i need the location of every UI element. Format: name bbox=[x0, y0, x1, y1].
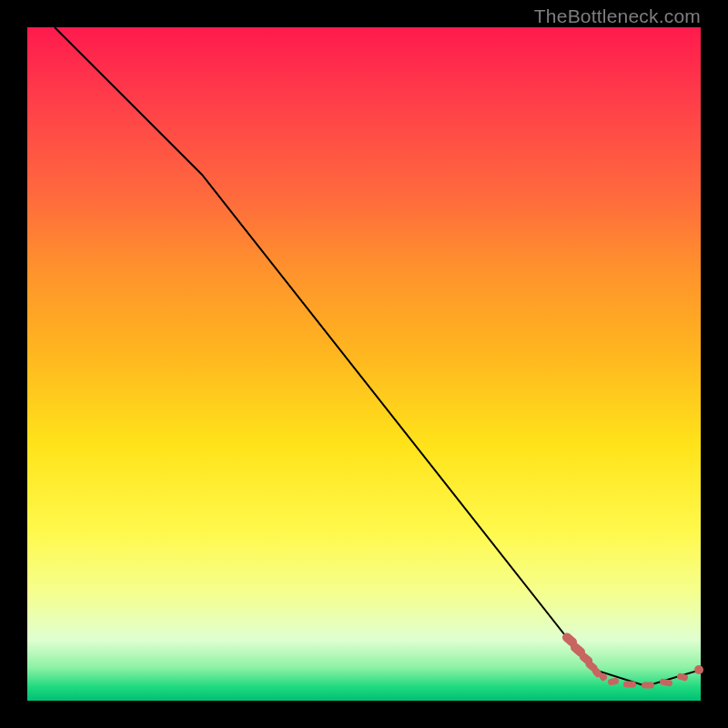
marker-dash bbox=[623, 682, 636, 688]
marker-dash bbox=[642, 682, 654, 689]
watermark-text: TheBottleneck.com bbox=[534, 5, 701, 27]
chart-overlay bbox=[27, 27, 701, 701]
chart-markers bbox=[561, 631, 703, 688]
marker-dash bbox=[607, 678, 619, 686]
marker-dot bbox=[694, 665, 703, 674]
chart-curve bbox=[55, 27, 701, 686]
chart-frame: TheBottleneck.com bbox=[0, 0, 728, 728]
